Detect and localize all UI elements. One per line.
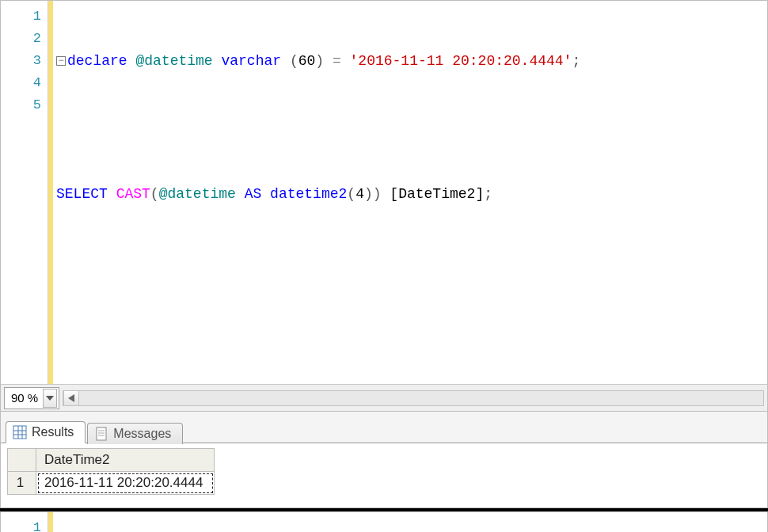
paren: ) bbox=[315, 53, 324, 69]
tab-messages-label: Messages bbox=[113, 427, 171, 441]
line-number-gutter: 1 2 3 4 5 bbox=[1, 512, 48, 532]
editor-status-bar: 90 % bbox=[1, 384, 767, 411]
variable-name: @datetime bbox=[135, 53, 212, 69]
line-number: 2 bbox=[2, 28, 41, 50]
code-editor-1[interactable]: 1 2 3 4 5 −declare @datetime varchar (60… bbox=[1, 1, 767, 384]
svg-rect-2 bbox=[13, 426, 26, 439]
semicolon: ; bbox=[572, 53, 580, 69]
grid-corner-cell[interactable] bbox=[8, 449, 36, 472]
code-editor-2[interactable]: 1 2 3 4 5 −declare @datetime varchar (60… bbox=[1, 512, 767, 532]
svg-marker-1 bbox=[68, 394, 74, 402]
code-area[interactable]: −declare @datetime varchar (60) = '2016-… bbox=[53, 512, 767, 532]
zoom-level-select[interactable]: 90 % bbox=[4, 387, 59, 409]
paren: )) bbox=[364, 186, 382, 202]
line-number: 1 bbox=[2, 517, 41, 532]
document-icon bbox=[94, 427, 108, 441]
grid-icon bbox=[13, 425, 27, 439]
row-header[interactable]: 1 bbox=[8, 472, 36, 495]
paren: ( bbox=[150, 186, 159, 202]
results-grid-container: DateTime2 1 2016-11-11 20:20:20.4444 bbox=[1, 443, 767, 507]
query-pane-2: 1 2 3 4 5 −declare @datetime varchar (60… bbox=[0, 511, 768, 532]
keyword-declare: declare bbox=[67, 53, 127, 69]
results-pane-1: Results Messages DateTime2 1 2016-11-11 … bbox=[0, 412, 768, 508]
type-datetime2: datetime2 bbox=[270, 186, 347, 202]
keyword-as: AS bbox=[245, 186, 262, 202]
results-grid[interactable]: DateTime2 1 2016-11-11 20:20:20.4444 bbox=[7, 448, 215, 495]
keyword-select: SELECT bbox=[56, 186, 108, 202]
result-tabs: Results Messages bbox=[1, 412, 767, 443]
semicolon: ; bbox=[484, 186, 492, 202]
number-literal: 4 bbox=[355, 186, 364, 202]
column-alias: [DateTime2] bbox=[382, 186, 485, 202]
chevron-down-icon[interactable] bbox=[43, 389, 57, 408]
result-cell[interactable]: 2016-11-11 20:20:20.4444 bbox=[36, 472, 215, 495]
svg-rect-7 bbox=[97, 428, 106, 440]
svg-marker-0 bbox=[46, 396, 54, 401]
horizontal-scrollbar[interactable] bbox=[63, 390, 764, 406]
line-number: 1 bbox=[2, 6, 41, 28]
fold-toggle-icon[interactable]: − bbox=[56, 56, 66, 66]
line-number: 3 bbox=[2, 50, 41, 72]
keyword-varchar: varchar bbox=[221, 53, 281, 69]
tab-messages[interactable]: Messages bbox=[87, 423, 183, 444]
paren: ( bbox=[347, 186, 355, 202]
line-number-gutter: 1 2 3 4 5 bbox=[1, 1, 48, 384]
number-literal: 60 bbox=[298, 53, 316, 69]
table-row[interactable]: 1 2016-11-11 20:20:20.4444 bbox=[8, 472, 215, 495]
zoom-value: 90 % bbox=[11, 391, 38, 405]
tab-results-label: Results bbox=[32, 425, 74, 439]
scroll-left-icon[interactable] bbox=[63, 391, 79, 405]
paren: ( bbox=[290, 53, 298, 69]
code-area[interactable]: −declare @datetime varchar (60) = '2016-… bbox=[53, 1, 767, 384]
column-header[interactable]: DateTime2 bbox=[36, 449, 215, 472]
line-number: 5 bbox=[2, 94, 41, 116]
operator-eq: = bbox=[324, 53, 349, 69]
string-literal: '2016-11-11 20:20:20.4444' bbox=[350, 53, 572, 69]
variable-name: @datetime bbox=[159, 186, 236, 202]
line-number: 4 bbox=[2, 72, 41, 94]
keyword-cast: CAST bbox=[116, 186, 150, 202]
query-pane-1: 1 2 3 4 5 −declare @datetime varchar (60… bbox=[0, 0, 768, 412]
tab-results[interactable]: Results bbox=[6, 421, 86, 443]
